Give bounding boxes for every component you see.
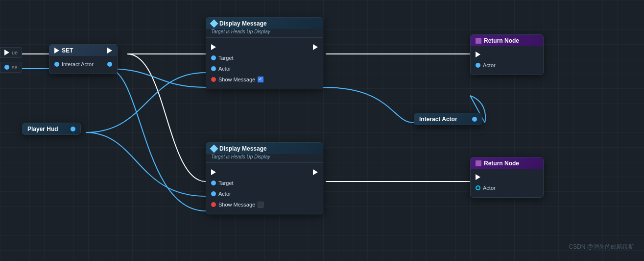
display-top-target-dot	[211, 55, 216, 60]
display-bottom-subtitle: Target is Heads Up Display	[206, 154, 323, 161]
player-hud-out-dot	[71, 127, 75, 131]
display-bottom-actor-row: Actor	[206, 188, 323, 199]
display-bottom-body: Target Actor Show Message	[206, 164, 323, 214]
display-bottom-show-msg-checkbox[interactable]	[258, 202, 263, 208]
return-top-actor-label: Actor	[483, 62, 496, 68]
display-bottom-show-msg-label: Show Message	[218, 202, 255, 208]
set-interact-actor-pin: Interact Actor	[49, 59, 117, 70]
display-bottom-title: Display Message	[219, 145, 267, 152]
left-stub-bottom: se	[0, 62, 22, 73]
return-top-exec-in	[476, 52, 480, 57]
display-top-actor-dot	[211, 66, 216, 71]
display-top-subtitle: Target is Heads Up Display	[206, 29, 323, 36]
interact-actor-out-dot	[472, 117, 477, 122]
left-stub-bottom-label: se	[12, 64, 18, 70]
display-bottom-exec-out	[313, 169, 318, 175]
display-top-exec-in	[211, 44, 216, 50]
return-bottom-title: Return Node	[484, 160, 519, 167]
set-interact-actor-dot	[54, 62, 59, 67]
display-top-target-row: Target	[206, 52, 323, 63]
display-bottom-target-label: Target	[218, 180, 234, 186]
display-top-show-msg-row: Show Message	[206, 74, 323, 85]
return-bottom-icon	[476, 160, 481, 166]
display-top-title: Display Message	[219, 20, 267, 27]
display-top-body: Target Actor Show Message	[206, 39, 323, 89]
return-bottom-exec-in	[476, 174, 480, 180]
display-bottom-actor-label: Actor	[218, 191, 231, 197]
left-stub-top: ue	[0, 47, 22, 58]
pin-left-bottom	[4, 65, 9, 70]
display-bottom-target-dot	[211, 181, 216, 185]
return-top-actor-dot	[476, 63, 480, 68]
return-node-top: Return Node Actor	[470, 34, 544, 75]
display-top-show-msg-dot	[211, 77, 216, 82]
display-top-exec-row	[206, 42, 323, 52]
set-node-body: Interact Actor	[49, 56, 117, 74]
display-top-actor-label: Actor	[218, 66, 231, 72]
display-top-target-label: Target	[218, 55, 234, 61]
watermark: CSDN @消失的毗斯绥斯	[569, 243, 634, 251]
player-hud-node: Player Hud	[22, 123, 81, 135]
interact-actor-title: Interact Actor	[419, 116, 457, 123]
display-bottom-diamond-icon	[210, 145, 218, 153]
set-interact-actor-out-dot	[107, 62, 112, 67]
display-bottom-show-msg-dot	[211, 202, 216, 207]
return-top-actor-row: Actor	[471, 60, 543, 71]
display-bottom-header: Display Message	[206, 143, 323, 154]
watermark-text: CSDN @消失的毗斯绥斯	[569, 243, 634, 250]
display-bottom-exec-in	[211, 169, 216, 175]
set-exec-out	[107, 48, 112, 53]
return-top-title: Return Node	[484, 37, 519, 44]
left-stub-top-label: ue	[12, 50, 18, 55]
display-message-top-node: Display Message Target is Heads Up Displ…	[206, 17, 323, 89]
player-hud-title: Player Hud	[27, 126, 58, 132]
display-bottom-exec-row	[206, 167, 323, 178]
set-interact-actor-label: Interact Actor	[62, 61, 94, 67]
interact-actor-header: Interact Actor	[414, 113, 482, 125]
return-top-header: Return Node	[471, 35, 543, 46]
display-top-header: Display Message	[206, 18, 323, 29]
interact-actor-node: Interact Actor	[414, 113, 482, 125]
set-node-title: SET	[62, 47, 73, 54]
display-top-show-msg-label: Show Message	[218, 77, 255, 82]
exec-pin-left-top	[4, 50, 9, 55]
return-bottom-body: Actor	[471, 169, 543, 197]
return-top-exec-row	[471, 49, 543, 60]
display-top-divider	[206, 37, 323, 38]
set-exec-in	[54, 48, 59, 53]
display-bottom-actor-dot	[211, 191, 216, 196]
display-top-diamond-icon	[210, 20, 218, 28]
display-bottom-divider	[206, 162, 323, 163]
return-bottom-actor-dot	[476, 185, 480, 190]
return-bottom-actor-label: Actor	[483, 185, 496, 191]
return-top-icon	[476, 38, 481, 44]
return-top-body: Actor	[471, 46, 543, 75]
display-bottom-target-row: Target	[206, 178, 323, 188]
display-message-bottom-node: Display Message Target is Heads Up Displ…	[206, 142, 323, 214]
return-bottom-exec-row	[471, 172, 543, 183]
set-node-header: SET	[49, 45, 117, 56]
return-bottom-actor-row: Actor	[471, 183, 543, 193]
return-node-bottom: Return Node Actor	[470, 157, 544, 198]
display-top-exec-out	[313, 44, 318, 50]
return-bottom-header: Return Node	[471, 157, 543, 169]
player-hud-header: Player Hud	[23, 123, 80, 134]
display-bottom-show-msg-row: Show Message	[206, 199, 323, 210]
display-top-show-msg-checkbox[interactable]	[258, 77, 263, 82]
set-node: SET Interact Actor	[49, 44, 118, 74]
display-top-actor-row: Actor	[206, 63, 323, 74]
